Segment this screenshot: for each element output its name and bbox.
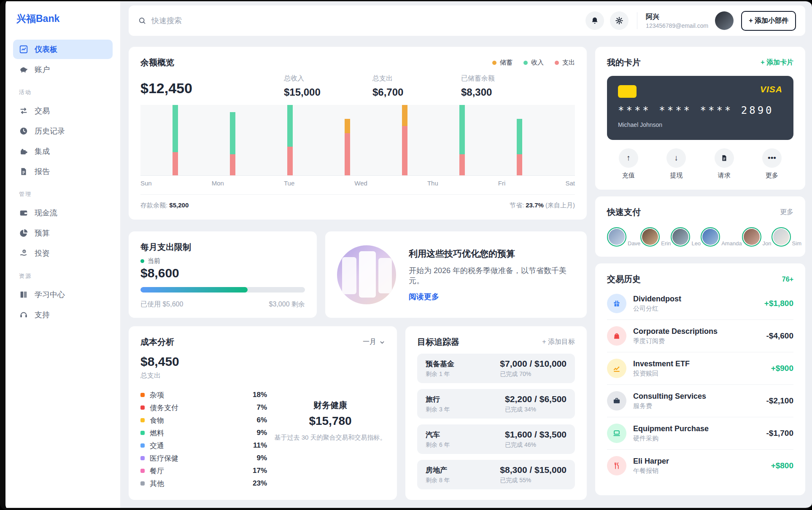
bar-segment-expense xyxy=(230,154,235,175)
spend-limit-amount: $8,600 xyxy=(140,266,305,280)
chart-bar-tue xyxy=(287,105,293,175)
bank-card[interactable]: VISA **** **** **** 2890 Michael Johnson xyxy=(607,76,793,140)
sidebar-item-budget[interactable]: 预算 xyxy=(13,223,113,243)
cost-total-label: 总支出 xyxy=(140,371,385,380)
quick-pay-more-link[interactable]: 更多 xyxy=(780,208,793,217)
contact-leo[interactable]: Leo xyxy=(671,227,701,247)
bar-segment-expense xyxy=(345,133,350,175)
add-card-button[interactable]: + 添加卡片 xyxy=(761,58,793,67)
category-row-healthcare: 医疗保健 9% xyxy=(140,452,267,464)
bar-segment-expense xyxy=(287,147,293,175)
sidebar-item-history[interactable]: 历史记录 xyxy=(13,121,113,141)
clock-icon xyxy=(19,126,28,136)
dashboard-content: 余额概览 储蓄 收入 支出 xyxy=(120,36,812,508)
laptop-icon xyxy=(612,429,621,438)
cost-title: 成本分析 xyxy=(140,336,174,348)
contact-sim[interactable]: Sim xyxy=(772,227,801,247)
read-more-link[interactable]: 阅读更多 xyxy=(409,292,575,302)
tips-body: 开始为 2026 年的税务季做准备，以节省数千美元。 xyxy=(409,266,575,286)
withdraw-button[interactable]: ↓ 提现 xyxy=(666,148,686,180)
transaction-amount: +$800 xyxy=(771,461,793,470)
contact-amanda[interactable]: Amanda xyxy=(701,227,742,247)
category-row-misc: 杂项 18% xyxy=(140,389,267,401)
more-button[interactable]: ••• 更多 xyxy=(762,148,782,180)
contact-avatar xyxy=(701,227,720,247)
sidebar-section-activity: 活动 xyxy=(19,89,107,96)
sidebar-item-label: 现金流 xyxy=(35,208,57,218)
sidebar-item-label: 投资 xyxy=(35,248,50,258)
contact-dave[interactable]: Dave xyxy=(607,227,640,247)
period-select[interactable]: 一月 xyxy=(363,338,385,346)
main-area: 阿兴 123456789@email.com + 添加小部件 余额概览 储蓄 xyxy=(120,1,812,508)
sidebar-section-management: 管理 xyxy=(19,191,107,198)
search-input[interactable] xyxy=(151,16,329,25)
headset-icon xyxy=(19,310,28,319)
brand-logo: 兴福Bank xyxy=(16,12,109,25)
sidebar-item-accounts[interactable]: 账户 xyxy=(13,60,113,79)
stat-total-expense: 总支出 $6,700 xyxy=(372,74,461,98)
sidebar-item-learning-center[interactable]: 学习中心 xyxy=(13,285,113,304)
transaction-row-dividendpost[interactable]: Dividendpost 公司分红 +$1,800 xyxy=(607,287,793,320)
contact-erin[interactable]: Erin xyxy=(640,227,671,247)
spend-limit-title: 每月支出限制 xyxy=(140,242,305,253)
sidebar-item-dashboard[interactable]: 仪表板 xyxy=(13,40,113,59)
quick-pay-title: 快速支付 xyxy=(607,207,641,218)
notifications-button[interactable] xyxy=(585,11,604,30)
spend-progress-bar xyxy=(140,287,305,293)
top-up-button[interactable]: ↑ 充值 xyxy=(619,148,638,180)
transaction-row-equipment-purchase[interactable]: Equipment Purchase 硬件采购 -$1,700 xyxy=(607,417,793,450)
search-box xyxy=(138,16,580,25)
transactions-title: 交易历史 xyxy=(607,274,641,285)
sidebar-item-label: 支持 xyxy=(35,310,50,320)
goals-title: 目标追踪器 xyxy=(417,336,459,348)
bar-segment-income xyxy=(459,105,465,154)
sidebar-item-label: 账户 xyxy=(35,64,50,75)
chart-bar-wed xyxy=(345,105,350,175)
add-goal-button[interactable]: + 添加目标 xyxy=(542,338,575,346)
sidebar-item-investments[interactable]: 投资 xyxy=(13,244,113,263)
bell-icon xyxy=(591,16,599,25)
sidebar-item-cashflow[interactable]: 现金流 xyxy=(13,203,113,223)
transfer-arrows-icon xyxy=(19,106,28,115)
my-cards-card: 我的卡片 + 添加卡片 VISA **** **** **** 2890 Mic… xyxy=(595,47,805,190)
transaction-amount: -$1,700 xyxy=(766,429,793,438)
bottom-row: 成本分析 一月 $8,450 总支出 xyxy=(129,326,587,500)
sidebar-item-label: 仪表板 xyxy=(35,44,57,54)
transaction-row-corporate-descriptions[interactable]: Corporate Descriptions 季度订阅费 -$4,600 xyxy=(607,320,793,352)
savings-rate: 节省: 23.7% (来自上月) xyxy=(510,201,575,209)
sidebar-section-resources: 资源 xyxy=(19,272,107,280)
dashboard-icon xyxy=(19,45,28,54)
current-indicator: 当前 xyxy=(140,257,305,265)
contact-jon[interactable]: Jon xyxy=(742,227,772,247)
quick-pay-card: 快速支付 更多 Dave Erin xyxy=(595,196,805,257)
tips-illustration-screen xyxy=(342,257,356,294)
legend-income-dot xyxy=(523,61,528,65)
middle-row: 每月支出限制 当前 $8,600 已使用 $5,600 $3,000 剩余 xyxy=(129,231,587,318)
sidebar-item-support[interactable]: 支持 xyxy=(13,305,113,325)
user-avatar[interactable] xyxy=(715,11,734,30)
arrow-down-icon: ↓ xyxy=(674,153,679,163)
sidebar-item-integrations[interactable]: 集成 xyxy=(13,142,113,161)
sidebar-item-transactions[interactable]: 交易 xyxy=(13,101,113,121)
settings-button[interactable] xyxy=(610,11,629,30)
briefcase-icon xyxy=(612,397,621,405)
hand-coin-icon xyxy=(19,249,28,258)
stat-total-income: 总收入 $15,000 xyxy=(284,74,372,98)
transaction-row-eli-harper[interactable]: Eli Harper 午餐报销 +$800 xyxy=(607,450,793,482)
transaction-row-investment-etf[interactable]: Investment ETF 投资赎回 +$900 xyxy=(607,352,793,385)
add-widget-button[interactable]: + 添加小部件 xyxy=(741,11,796,31)
sidebar-item-label: 交易 xyxy=(35,106,50,116)
user-info: 阿兴 123456789@email.com xyxy=(646,13,708,29)
goal-row-real-estate[interactable]: 房地产 剩余 8 年 $8,300 / $15,000 已完成 55% xyxy=(417,460,575,489)
request-button[interactable]: 请求 xyxy=(715,148,734,180)
sidebar-item-reports[interactable]: 报告 xyxy=(13,162,113,181)
transaction-row-consulting-services[interactable]: Consulting Services 服务费 -$2,100 xyxy=(607,385,793,417)
bar-segment-expense xyxy=(173,152,178,175)
bar-segment-income xyxy=(173,105,178,152)
piggy-bank-icon xyxy=(19,65,28,74)
goal-row-emergency-fund[interactable]: 预备基金 剩余 1 年 $7,000 / $10,000 已完成 70% xyxy=(417,354,575,383)
goal-row-car[interactable]: 汽车 剩余 6 年 $1,600 / $3,500 已完成 46% xyxy=(417,424,575,454)
goal-row-travel[interactable]: 旅行 剩余 3 年 $2,200 / $6,500 已完成 34% xyxy=(417,389,575,419)
spend-limit-footer: 已使用 $5,600 $3,000 剩余 xyxy=(140,300,305,309)
sidebar-item-label: 报告 xyxy=(35,166,50,177)
